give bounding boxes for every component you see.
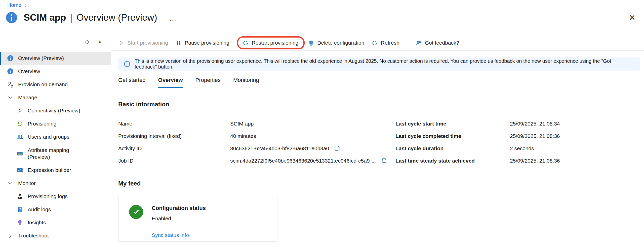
card-title: Configuration status xyxy=(152,205,206,211)
feedback-icon xyxy=(416,40,422,46)
sidebar-item-label: Provisioning logs xyxy=(28,193,68,200)
card-status-value: Enabled xyxy=(152,215,206,222)
field-last-cycle-duration: Last cycle duration 2 seconds xyxy=(395,142,560,155)
play-icon xyxy=(118,40,124,46)
tab-bar: Get started Overview Properties Monitori… xyxy=(111,77,644,88)
sidebar-item-audit-logs[interactable]: Audit logs xyxy=(0,203,111,216)
resize-menu-icon[interactable]: ◇ xyxy=(85,39,89,45)
sidebar-item-attribute-mapping[interactable]: Attribute mapping (Preview) xyxy=(0,143,111,164)
got-feedback-button[interactable]: Got feedback? xyxy=(416,40,459,46)
restart-icon xyxy=(243,40,249,46)
info-outline-icon xyxy=(124,61,130,67)
tab-monitoring[interactable]: Monitoring xyxy=(233,77,259,88)
scim-app-overview-page: Home › SCIM app | Overview (Preview) … ✕… xyxy=(0,0,644,247)
refresh-button[interactable]: Refresh xyxy=(372,40,399,46)
restart-highlight-annotation: Restart provisioning xyxy=(237,36,305,49)
field-last-cycle-start: Last cycle start time 25/09/2025, 21:08:… xyxy=(395,117,560,130)
delete-configuration-label: Delete configuration xyxy=(317,40,364,46)
collapse-menu-icon[interactable]: « xyxy=(99,39,102,45)
start-provisioning-label: Start provisioning xyxy=(127,40,168,46)
field-last-steady-state: Last time steady state achieved 25/09/20… xyxy=(395,155,560,167)
sidebar-item-connectivity-preview[interactable]: Connectivity (Preview) xyxy=(0,104,111,117)
copy-activity-id-button[interactable] xyxy=(334,145,340,152)
person-sync-icon xyxy=(7,81,14,88)
copy-job-id-button[interactable] xyxy=(380,157,387,164)
lightbulb-icon xyxy=(17,219,23,226)
breadcrumb-home-link[interactable]: Home xyxy=(7,2,21,8)
field-label: Activity ID xyxy=(118,145,230,151)
breadcrumb: Home › xyxy=(7,2,27,8)
tab-overview[interactable]: Overview xyxy=(158,77,183,88)
basic-information-heading: Basic information xyxy=(118,101,644,108)
sidebar-item-provisioning[interactable]: Provisioning xyxy=(0,117,111,130)
sidebar-item-label: Expression builder xyxy=(28,167,71,173)
more-options-icon[interactable]: … xyxy=(169,13,177,22)
pause-icon xyxy=(176,40,181,46)
sidebar-nav: Overview (Preview) Overview xyxy=(0,52,111,242)
field-last-cycle-completed: Last cycle completed time 25/09/2025, 21… xyxy=(395,130,560,142)
main-content: Start provisioning Pause provisioning xyxy=(111,35,644,247)
sidebar-group-monitor[interactable]: Monitor xyxy=(0,177,111,190)
field-label: Name xyxy=(118,121,230,127)
field-label: Last time steady state achieved xyxy=(395,158,510,164)
page-header: SCIM app | Overview (Preview) … xyxy=(6,12,177,24)
sync-status-info-link[interactable]: Sync status info xyxy=(152,232,206,238)
field-label: Provisioning interval (fixed) xyxy=(118,133,230,139)
sidebar-item-provision-on-demand[interactable]: Provision on demand xyxy=(0,78,111,91)
sidebar-item-label: Troubleshoot xyxy=(18,232,49,239)
sidebar-item-insights[interactable]: Insights xyxy=(0,216,111,229)
banner-text: This is a new version of the provisionin… xyxy=(135,58,634,70)
field-value: 80c63621-62a5-4d03-bf82-6a6811e0b3a0 xyxy=(230,145,329,151)
field-job-id: Job ID scim.4da2272f9f5e40be963463620e51… xyxy=(118,155,395,167)
restart-provisioning-button[interactable]: Restart provisioning xyxy=(243,40,299,46)
field-value: 2 seconds xyxy=(510,145,534,151)
page-title: SCIM app | Overview (Preview) xyxy=(24,12,157,23)
plug-icon xyxy=(17,107,23,114)
close-icon[interactable]: ✕ xyxy=(629,14,635,22)
breadcrumb-separator-icon: › xyxy=(25,2,27,8)
field-value: scim.4da2272f9f5e40be963463620e513321.ec… xyxy=(230,158,376,164)
delete-configuration-button[interactable]: Delete configuration xyxy=(308,40,364,46)
sidebar-item-provisioning-logs[interactable]: Provisioning logs xyxy=(0,190,111,203)
chevron-down-icon xyxy=(7,180,14,186)
start-provisioning-button[interactable]: Start provisioning xyxy=(118,40,168,46)
chevron-down-icon xyxy=(7,95,14,100)
restart-provisioning-label: Restart provisioning xyxy=(252,40,299,46)
got-feedback-label: Got feedback? xyxy=(425,40,459,46)
users-icon xyxy=(17,134,23,140)
field-label: Last cycle completed time xyxy=(395,133,510,139)
sidebar-group-manage[interactable]: Manage xyxy=(0,91,111,104)
sidebar-item-label: Audit logs xyxy=(28,206,51,213)
sidebar-item-overview[interactable]: Overview xyxy=(0,65,111,78)
code-icon xyxy=(17,167,23,173)
success-check-icon xyxy=(129,205,143,219)
toolbar-divider xyxy=(408,39,408,47)
command-bar: Start provisioning Pause provisioning xyxy=(111,35,644,51)
configuration-status-card: Configuration status Enabled Sync status… xyxy=(118,196,277,241)
pause-provisioning-label: Pause provisioning xyxy=(185,40,229,46)
title-divider: | xyxy=(70,12,73,23)
notebook-icon xyxy=(17,206,23,213)
field-label: Job ID xyxy=(118,158,230,164)
field-value: 25/09/2025, 21:08:36 xyxy=(510,133,560,139)
sidebar-item-label: Connectivity (Preview) xyxy=(28,107,80,114)
sidebar-group-troubleshoot[interactable]: Troubleshoot xyxy=(0,229,111,242)
sidebar-item-overview-preview[interactable]: Overview (Preview) xyxy=(0,52,111,65)
sidebar-item-expression-builder[interactable]: Expression builder xyxy=(0,164,111,177)
sidebar-item-label: Manage xyxy=(18,94,37,101)
app-name: SCIM app xyxy=(24,12,66,23)
tab-properties[interactable]: Properties xyxy=(195,77,221,88)
tab-get-started[interactable]: Get started xyxy=(118,77,146,88)
sidebar-item-label: Monitor xyxy=(18,180,36,187)
field-value: 25/09/2025, 21:08:34 xyxy=(510,121,560,127)
basic-info-right-column: Last cycle start time 25/09/2025, 21:08:… xyxy=(395,117,560,167)
field-value: 40 minutes xyxy=(230,133,256,139)
sidebar-item-label: Overview (Preview) xyxy=(18,55,64,61)
sidebar-item-label: Overview xyxy=(18,68,40,75)
field-value: 25/09/2025, 21:08:36 xyxy=(510,158,560,164)
person-log-icon xyxy=(17,193,23,200)
field-label: Last cycle duration xyxy=(395,145,510,151)
field-activity-id: Activity ID 80c63621-62a5-4d03-bf82-6a68… xyxy=(118,142,395,155)
sidebar-item-users-and-groups[interactable]: Users and groups xyxy=(0,130,111,143)
pause-provisioning-button[interactable]: Pause provisioning xyxy=(176,40,229,46)
